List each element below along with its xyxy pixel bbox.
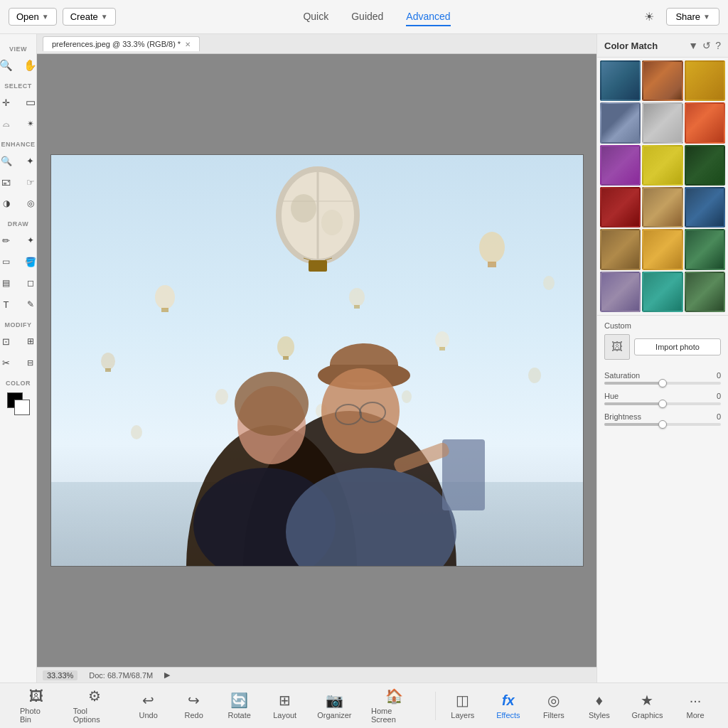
panel-title: Color Match: [604, 41, 658, 51]
svg-point-25: [321, 210, 343, 235]
canvas-close-icon[interactable]: ✕: [185, 41, 191, 48]
background-color[interactable]: [14, 400, 30, 415]
tab-quick[interactable]: Quick: [303, 8, 328, 26]
thumbnail-7[interactable]: [600, 145, 641, 186]
hue-track[interactable]: [604, 402, 721, 405]
thumbnail-6[interactable]: [685, 102, 725, 143]
layout-icon: ⊞: [279, 692, 291, 709]
dodge-tool[interactable]: ◑: [0, 193, 18, 213]
thumbnail-9[interactable]: [685, 145, 725, 186]
share-label: Share: [675, 11, 700, 22]
thumbnail-10[interactable]: [600, 187, 641, 228]
thumbnail-17[interactable]: [642, 272, 682, 312]
type-mask-tool[interactable]: ⊟: [19, 353, 38, 373]
filters-tool[interactable]: ◎ Filters: [532, 689, 575, 722]
redo-tool[interactable]: ↪ Redo: [173, 689, 215, 722]
sun-icon[interactable]: ☀: [638, 6, 660, 28]
brightness-fill: [604, 423, 663, 426]
blur-tool[interactable]: ◎: [19, 193, 38, 213]
healing-tool[interactable]: ✦: [19, 151, 38, 171]
thumbnail-15[interactable]: [685, 229, 725, 269]
create-button[interactable]: Create ▼: [63, 8, 116, 26]
text-tool[interactable]: T: [0, 294, 18, 314]
enhance-tools-row3: ◑ ◎: [0, 193, 37, 213]
right-panel: Color Match ▼ ↺ ?: [596, 34, 728, 682]
custom-import-row: 🖼 Import photo: [604, 334, 721, 360]
lasso-tool[interactable]: ⌓: [0, 114, 18, 134]
view-tools: 🔍 ✋: [0, 55, 37, 75]
select-label: SELECT: [4, 82, 32, 90]
smudge-tool[interactable]: ☞: [19, 172, 38, 192]
panel-help-icon[interactable]: ?: [715, 40, 721, 51]
hue-thumb[interactable]: [658, 400, 667, 408]
gradient-tool[interactable]: ▤: [0, 273, 18, 293]
tab-advanced[interactable]: Advanced: [406, 8, 450, 26]
thumbnail-16[interactable]: [600, 272, 641, 312]
brush-tool[interactable]: ✏: [0, 230, 18, 250]
saturation-fill: [604, 382, 663, 385]
marquee-tool[interactable]: ▭: [19, 92, 38, 112]
thumbnail-13[interactable]: [600, 229, 641, 269]
thumbnail-4[interactable]: [600, 102, 641, 143]
eraser-tool[interactable]: ◻: [19, 273, 38, 293]
thumbnail-1[interactable]: [600, 60, 641, 101]
doc-info-extra: ▶: [164, 670, 170, 680]
saturation-label: Saturation: [604, 371, 640, 380]
thumbnail-8[interactable]: [642, 145, 682, 186]
color-swatch[interactable]: [7, 392, 30, 415]
shape-tool[interactable]: ▭: [0, 252, 18, 272]
thumbnail-12[interactable]: [685, 187, 725, 228]
effects-tool[interactable]: fx Effects: [487, 690, 530, 722]
impressionist-tool[interactable]: ✦: [19, 230, 38, 250]
undo-tool[interactable]: ↩ Undo: [127, 689, 170, 722]
custom-thumbnail-box[interactable]: 🖼: [604, 334, 630, 360]
graphics-tool[interactable]: ★ Graphics: [623, 689, 671, 722]
zoom-tool[interactable]: 🔍: [0, 55, 18, 75]
panel-chevron-icon[interactable]: ▼: [688, 40, 698, 51]
brightness-thumb[interactable]: [658, 420, 667, 429]
saturation-thumb[interactable]: [658, 379, 667, 387]
photo-bin-tool[interactable]: 🖼 Photo Bin: [11, 685, 62, 727]
organizer-tool[interactable]: 📷 Organizer: [309, 689, 360, 722]
select-tools-row2: ⌓ ✴: [0, 114, 37, 134]
draw-tools-row3: ▤ ◻: [0, 273, 37, 293]
canvas-tab[interactable]: preferences.jpeg @ 33.3% (RGB/8) * ✕: [43, 36, 200, 51]
crop-tool[interactable]: ⊡: [0, 331, 18, 351]
saturation-track[interactable]: [604, 382, 721, 385]
share-button[interactable]: Share ▼: [666, 8, 719, 26]
tab-guided[interactable]: Guided: [351, 8, 383, 26]
thumbnail-14[interactable]: [642, 229, 682, 269]
home-screen-tool[interactable]: 🏠 Home Screen: [363, 685, 427, 727]
share-chevron-icon: ▼: [703, 13, 710, 21]
thumbnail-2[interactable]: [642, 60, 682, 101]
canvas-tab-bar: preferences.jpeg @ 33.3% (RGB/8) * ✕: [37, 34, 596, 54]
panel-reset-icon[interactable]: ↺: [702, 40, 711, 51]
magic-select-tool[interactable]: ✴: [19, 114, 38, 134]
tool-options-tool[interactable]: ⚙ Tool Options: [65, 685, 124, 727]
eyedropper-tool[interactable]: 🔍: [0, 151, 18, 171]
brightness-track[interactable]: [604, 423, 721, 426]
thumbnail-5[interactable]: [642, 102, 682, 143]
thumbnail-11[interactable]: [642, 187, 682, 228]
thumbnail-3[interactable]: [685, 60, 725, 101]
styles-tool[interactable]: ♦ Styles: [578, 690, 621, 722]
layout-tool[interactable]: ⊞ Layout: [264, 689, 306, 722]
transform-tool[interactable]: ✂: [0, 353, 18, 373]
clone-tool[interactable]: 🖃: [0, 172, 18, 192]
move-tool[interactable]: ✛: [0, 92, 18, 112]
modify-tools-row1: ⊡ ⊞: [0, 331, 37, 351]
paint-bucket-tool[interactable]: 🪣: [19, 252, 38, 272]
svg-point-8: [101, 353, 115, 370]
import-photo-button[interactable]: Import photo: [634, 338, 721, 355]
filters-label: Filters: [543, 711, 564, 719]
more-tool[interactable]: ··· More: [674, 690, 717, 722]
hand-tool[interactable]: ✋: [19, 55, 38, 75]
recompose-tool[interactable]: ⊞: [19, 331, 38, 351]
rotate-tool[interactable]: 🔄 Rotate: [218, 689, 261, 722]
pencil-tool[interactable]: ✎: [19, 294, 38, 314]
canvas-image: [50, 154, 584, 567]
open-button[interactable]: Open ▼: [9, 8, 57, 26]
layers-tool[interactable]: ◫ Layers: [441, 689, 484, 722]
thumbnail-18[interactable]: [685, 272, 725, 312]
home-screen-label: Home Screen: [371, 707, 418, 724]
